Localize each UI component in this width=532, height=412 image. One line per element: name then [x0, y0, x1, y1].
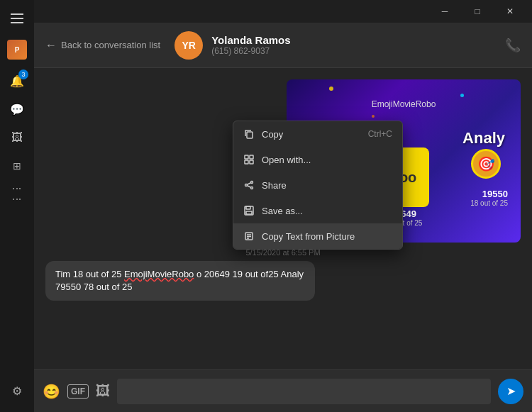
close-button[interactable]: ✕	[494, 0, 526, 23]
svg-point-7	[251, 187, 253, 189]
gif-button[interactable]: GIF	[67, 384, 89, 399]
image-attach-button[interactable]: 🖼	[96, 383, 110, 399]
share-icon	[243, 179, 255, 191]
sidebar-item-chat[interactable]: 💬	[4, 96, 30, 122]
sidebar-item-more[interactable]: ⋮⋮	[4, 182, 30, 207]
send-button[interactable]: ➤	[498, 379, 523, 404]
photos-icon: 🖼	[11, 131, 23, 144]
context-menu-share[interactable]: Share	[233, 172, 402, 198]
title-bar: ─ □ ✕	[34, 0, 532, 23]
minimize-button[interactable]: ─	[428, 0, 461, 23]
right-player-avatar: 🎯	[471, 149, 501, 179]
context-menu-copy[interactable]: Copy Ctrl+C	[233, 121, 402, 147]
back-arrow-icon: ←	[45, 39, 57, 52]
svg-rect-0	[247, 132, 253, 138]
context-menu-save-as[interactable]: Save as...	[233, 198, 402, 223]
right-player-name: Analy	[462, 129, 505, 147]
message-input[interactable]	[117, 379, 491, 404]
svg-rect-2	[250, 155, 253, 159]
chat-header: ← Back to conversation list YR Yolanda R…	[34, 23, 532, 68]
svg-rect-11	[246, 206, 250, 209]
right-score: 19550 18 out of 25	[470, 189, 508, 207]
chat-icon: 💬	[10, 103, 24, 116]
main-window: ─ □ ✕ ← Back to conversation list YR Yol…	[34, 0, 532, 412]
context-menu-copy-text[interactable]: Copy Text from Picture	[233, 223, 402, 249]
svg-rect-1	[245, 155, 248, 159]
svg-rect-4	[250, 160, 253, 164]
sidebar: P 🔔 3 💬 🖼 ⊞ ⋮⋮ ⚙	[0, 0, 34, 412]
message-text-before: Tim 18 out of 25	[55, 269, 124, 279]
contact-info: Yolanda Ramos (615) 862-9037	[211, 34, 497, 56]
call-button[interactable]: 📞	[505, 38, 521, 53]
contact-phone: (615) 862-9037	[211, 46, 497, 56]
svg-rect-12	[246, 211, 252, 214]
context-menu-open-with[interactable]: Open with...	[233, 147, 402, 172]
center-player-label: EmojiMovieRobo	[372, 99, 436, 109]
user-avatar[interactable]: P	[7, 40, 27, 60]
emoji-button[interactable]: 😊	[43, 383, 60, 400]
copy-shortcut: Ctrl+C	[368, 129, 392, 139]
send-icon: ➤	[506, 384, 516, 398]
notification-badge: 3	[18, 69, 28, 79]
open-with-label: Open with...	[262, 155, 311, 165]
open-with-icon	[243, 154, 255, 165]
copy-text-label: Copy Text from Picture	[262, 231, 355, 242]
svg-line-9	[248, 186, 251, 187]
copy-icon	[243, 128, 255, 140]
message-text-underlined: EmojiMovieRobo	[124, 269, 194, 279]
sidebar-item-apps[interactable]: ⊞	[4, 153, 30, 179]
settings-icon: ⚙	[12, 384, 22, 398]
hamburger-menu[interactable]	[4, 6, 30, 31]
received-message: Tim 18 out of 25 EmojiMovieRobo o 20649 …	[45, 261, 315, 301]
sidebar-item-notification[interactable]: 🔔 3	[4, 68, 30, 94]
context-menu: Copy Ctrl+C Open with...	[233, 121, 403, 250]
sidebar-item-photos[interactable]: 🖼	[4, 125, 30, 150]
svg-line-8	[248, 183, 251, 184]
save-icon	[243, 205, 255, 216]
copy-label: Copy	[262, 129, 283, 140]
sidebar-item-settings[interactable]: ⚙	[4, 378, 30, 403]
maximize-button[interactable]: □	[461, 0, 494, 23]
svg-point-6	[245, 184, 248, 186]
back-button[interactable]: ← Back to conversation list	[45, 39, 160, 52]
save-as-label: Save as...	[262, 206, 303, 216]
svg-rect-3	[245, 160, 248, 164]
copy-text-icon	[243, 230, 255, 242]
svg-point-5	[251, 182, 253, 184]
back-label: Back to conversation list	[61, 40, 160, 50]
contact-name: Yolanda Ramos	[211, 34, 497, 46]
input-area: 😊 GIF 🖼 ➤	[34, 369, 532, 412]
more-dots-icon: ⋮⋮	[11, 184, 23, 205]
contact-avatar: YR	[174, 31, 203, 60]
apps-icon: ⊞	[13, 160, 21, 172]
share-label: Share	[262, 180, 287, 191]
